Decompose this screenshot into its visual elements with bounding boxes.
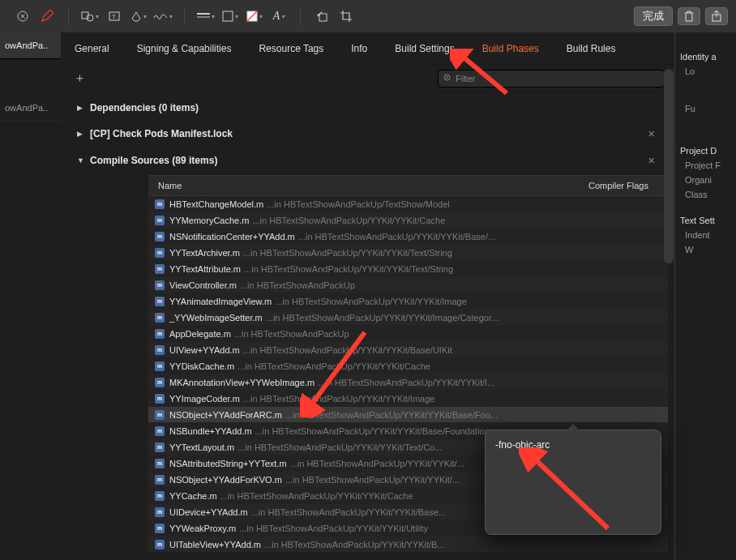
table-row[interactable]: mHBTextChangeModel.m ...in HBTextShowAnd… <box>148 196 668 212</box>
phase-title: Dependencies (0 items) <box>90 102 199 113</box>
vertical-scrollbar[interactable] <box>664 69 674 263</box>
inspector-field: Fu <box>685 104 731 113</box>
done-button[interactable]: 完成 <box>634 6 673 26</box>
inspector-section: Identity a <box>680 52 731 62</box>
file-name: NSNotificationCenter+YYAdd.m <box>169 232 295 242</box>
source-file-icon: m <box>155 313 165 323</box>
navigator-item[interactable]: owAndPa.. <box>0 95 61 122</box>
file-name: YYTextArchiver.m <box>169 248 240 258</box>
tab-build-settings[interactable]: Build Settings <box>381 32 468 65</box>
add-phase-button[interactable]: ＋ <box>71 71 88 86</box>
file-path: ...in HBTextShowAndPackUp/YYKit/YYKit/Te… <box>244 264 453 274</box>
share-button[interactable] <box>705 7 728 25</box>
file-path: ...in HBTextShowAndPackUp/YYKit/YYKit/Ca… <box>220 491 413 501</box>
fill-color-icon[interactable]: ▾ <box>245 6 264 26</box>
file-path: ...in HBTextShowAndPackUp/YYKit/YYKit/Te… <box>243 248 452 258</box>
file-path: ...in HBTextShowAndPackUp/YYKit/YYKit/B.… <box>264 540 445 549</box>
table-row[interactable]: mAppDelegate.m ...in HBTextShowAndPackUp <box>148 326 668 342</box>
file-name: UIView+YYAdd.m <box>169 345 240 355</box>
disclosure-triangle-icon[interactable]: ▶ <box>77 130 85 138</box>
file-name: UIDevice+YYAdd.m <box>169 507 248 517</box>
source-file-icon: m <box>155 280 165 290</box>
crop-icon[interactable] <box>336 6 356 26</box>
table-row[interactable]: mMKAnnotationView+YYWebImage.m ...in HBT… <box>148 374 668 391</box>
file-path: ...in HBTextShowAndPackUp/YYKit/YYKit/Im… <box>275 297 467 306</box>
file-name: YYTextAttribute.m <box>169 264 241 274</box>
line-style-icon[interactable]: ▾ <box>196 6 216 26</box>
table-row[interactable]: mUITableView+YYAdd.m ...in HBTextShowAnd… <box>148 536 668 553</box>
file-path: ...in HBTextShowAndPackUp/YYKit/YYKit/Ca… <box>252 216 445 225</box>
table-row[interactable]: m_YYWebImageSetter.m ...in HBTextShowAnd… <box>148 310 668 326</box>
remove-phase-icon[interactable]: × <box>648 126 658 140</box>
inspector-field: Indent <box>685 230 731 240</box>
table-row[interactable]: mYYMemoryCache.m ...in HBTextShowAndPack… <box>148 212 668 229</box>
tab-info[interactable]: Info <box>337 32 381 65</box>
table-row[interactable]: mUIView+YYAdd.m ...in HBTextShowAndPackU… <box>148 342 668 358</box>
close-icon[interactable] <box>13 6 32 26</box>
filter-input[interactable]: Filter <box>438 70 665 88</box>
source-file-icon: m <box>155 216 165 225</box>
phase-check-pods[interactable]: ▶ [CP] Check Pods Manifest.lock × <box>67 120 668 147</box>
column-compiler-flags[interactable]: Compiler Flags <box>588 181 661 190</box>
table-row[interactable]: mYYTextAttribute.m ...in HBTextShowAndPa… <box>148 261 668 277</box>
remove-phase-icon[interactable]: × <box>648 153 658 167</box>
phase-title: Compile Sources (89 items) <box>90 155 217 166</box>
file-path: ...in HBTextShowAndPackUp/YYKit/YYKit/..… <box>290 459 464 468</box>
file-name: NSBundle+YYAdd.m <box>169 426 252 436</box>
compiler-flag-input[interactable] <box>494 438 653 451</box>
file-name: NSObject+YYAddForARC.m <box>169 410 282 420</box>
inspector-field: Organi <box>685 175 731 185</box>
disclosure-triangle-icon[interactable]: ▼ <box>77 156 85 165</box>
pen-icon[interactable] <box>37 6 57 26</box>
svg-rect-10 <box>319 14 327 21</box>
disclosure-triangle-icon[interactable]: ▶ <box>77 104 85 112</box>
shapes-icon[interactable]: ▾ <box>80 6 100 26</box>
tab-build-phases[interactable]: Build Phases <box>469 32 553 65</box>
filter-icon <box>443 74 452 83</box>
source-file-icon: m <box>155 475 165 485</box>
tab-resource-tags[interactable]: Resource Tags <box>245 32 337 65</box>
source-file-icon: m <box>155 297 165 306</box>
source-file-icon: m <box>155 264 165 274</box>
table-row[interactable]: mNSObject+YYAddForARC.m ...in HBTextShow… <box>148 407 668 423</box>
file-name: NSAttributedString+YYText.m <box>169 459 287 468</box>
file-name: NSObject+YYAddForKVO.m <box>169 475 282 485</box>
source-file-icon: m <box>155 248 165 258</box>
table-row[interactable]: mViewController.m ...in HBTextShowAndPac… <box>148 277 668 293</box>
signature-icon[interactable]: ▾ <box>153 6 173 26</box>
rotate-icon[interactable] <box>312 6 332 26</box>
svg-rect-7 <box>223 11 233 21</box>
highlight-icon[interactable]: ▾ <box>129 6 148 26</box>
column-name[interactable]: Name <box>155 181 588 190</box>
file-name: YYMemoryCache.m <box>169 216 249 225</box>
tab-general[interactable]: General <box>61 32 123 65</box>
file-name: YYCache.m <box>169 491 217 501</box>
text-icon[interactable]: T <box>105 6 124 26</box>
table-row[interactable]: mYYAnimatedImageView.m ...in HBTextShowA… <box>148 293 668 310</box>
svg-point-2 <box>87 15 93 21</box>
file-name: YYImageCoder.m <box>169 394 240 404</box>
table-row[interactable]: mYYImageCoder.m ...in HBTextShowAndPackU… <box>148 391 668 407</box>
source-file-icon: m <box>155 361 165 371</box>
navigator-item[interactable]: owAndPa.. <box>0 32 61 59</box>
inspector-field: Project F <box>685 160 731 170</box>
file-path: ...in HBTextShowAndPackUp/YYKit/YYKit/Ba… <box>298 232 495 242</box>
file-path: ...in HBTextShowAndPackUp/YYKit/YYKit/Im… <box>266 313 499 323</box>
source-file-icon: m <box>155 442 165 452</box>
tab-build-rules[interactable]: Build Rules <box>553 32 630 65</box>
table-row[interactable]: mYYDiskCache.m ...in HBTextShowAndPackUp… <box>148 358 668 374</box>
trash-button[interactable] <box>678 7 700 25</box>
file-path: ...in HBTextShowAndPackUp/YYKit/YYKit/..… <box>285 475 460 485</box>
source-file-icon: m <box>155 540 165 549</box>
file-path: ...in HBTextShowAndPackUp/YYKit/YYKit/Ba… <box>285 410 498 420</box>
phase-dependencies[interactable]: ▶ Dependencies (0 items) <box>67 96 668 120</box>
file-path: ...in HBTextShowAndPackUp/YYKit/YYKit/Ba… <box>251 507 446 517</box>
compiler-flag-popover <box>485 430 661 535</box>
file-name: HBTextChangeModel.m <box>169 199 263 209</box>
table-row[interactable]: mNSNotificationCenter+YYAdd.m ...in HBTe… <box>148 229 668 245</box>
table-row[interactable]: mYYTextArchiver.m ...in HBTextShowAndPac… <box>148 245 668 261</box>
font-style-icon[interactable]: A▾ <box>269 6 289 26</box>
phase-compile-sources[interactable]: ▼ Compile Sources (89 items) × <box>67 147 668 173</box>
tab-signing-capabilities[interactable]: Signing & Capabilities <box>123 32 246 65</box>
border-color-icon[interactable]: ▾ <box>220 6 240 26</box>
